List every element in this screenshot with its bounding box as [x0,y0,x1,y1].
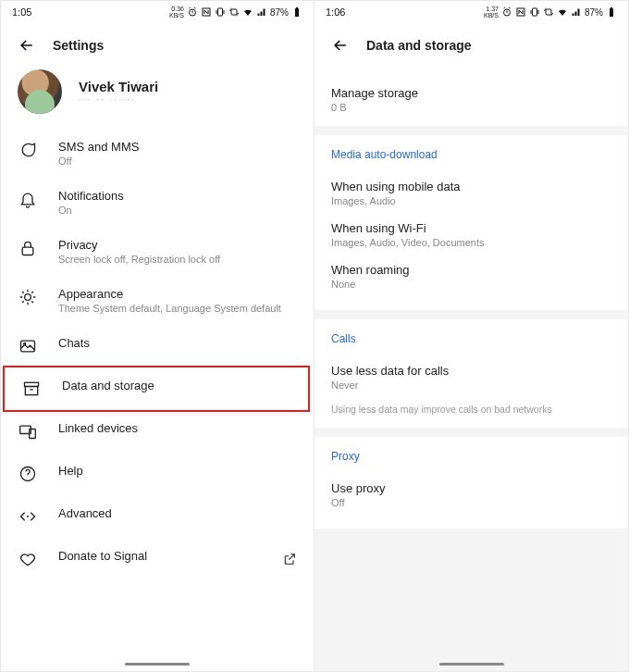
wifi-icon [557,6,568,18]
chat-icon [18,140,38,160]
battery-icon [291,6,302,18]
manage-storage-item[interactable]: Manage storage 0 B [314,69,628,126]
avatar [18,69,62,114]
sms-item[interactable]: SMS and MMS Off [1,129,314,178]
use-proxy-item[interactable]: Use proxy Off [331,474,611,516]
battery-percent: 87% [585,7,603,18]
section-header-media: Media auto-download [331,148,611,172]
less-data-calls-item[interactable]: Use less data for calls Never [331,356,611,398]
external-link-icon [282,552,297,566]
battery-percent: 87% [270,7,289,18]
heart-icon [18,549,38,569]
advanced-item[interactable]: Advanced [1,495,314,538]
back-button[interactable] [18,36,36,55]
data-storage-item[interactable]: Data and storage [3,366,310,412]
linked-devices-item[interactable]: Linked devices [1,410,314,453]
devices-icon [18,421,38,442]
privacy-item[interactable]: Privacy Screen lock off, Registration lo… [1,227,314,276]
image-icon [18,336,38,356]
bell-icon [18,189,38,209]
home-indicator[interactable] [439,663,504,666]
header: Data and storage [314,23,628,69]
profile-name: Vivek Tiwari [79,79,158,94]
settings-screen: 1:05 0.36KB/S 87% Settings Vivek Tiwari … [0,0,314,672]
donate-item[interactable]: Donate to Signal [1,538,314,580]
vibrate-icon [215,6,226,18]
svg-rect-3 [231,9,237,15]
proxy-section: Proxy Use proxy Off [314,437,628,529]
alarm-icon [501,6,512,18]
status-icons: 0.36KB/S 87% [169,6,302,19]
vibrate-icon [529,6,540,18]
page-title: Data and storage [366,38,472,53]
page-title: Settings [53,38,104,53]
code-icon [18,506,38,527]
notifications-item[interactable]: Notifications On [1,178,314,227]
header: Settings [1,23,314,69]
svg-rect-21 [610,7,612,8]
svg-rect-20 [610,8,613,17]
rotation-icon [543,6,554,18]
appearance-item[interactable]: Appearance Theme System default, Languag… [1,276,314,325]
lock-icon [18,238,38,258]
sun-icon [18,287,38,307]
wifi-item[interactable]: When using Wi-Fi Images, Audio, Video, D… [331,214,611,255]
svg-rect-6 [22,247,33,255]
wifi-icon [242,6,253,18]
profile-subtitle: ··· ·· ······ [79,94,158,105]
back-button[interactable] [331,36,350,55]
status-icons: 1.37KB/S 87% [484,6,617,19]
signal-icon [256,6,267,18]
status-time: 1:06 [326,6,345,18]
help-item[interactable]: Help [1,453,314,495]
svg-point-7 [25,294,31,301]
svg-rect-11 [25,387,37,395]
data-storage-screen: 1:06 1.37KB/S 87% Data and storage Manag… [314,0,629,672]
alarm-icon [187,6,198,18]
section-header-calls: Calls [331,332,611,356]
media-section: Media auto-download When using mobile da… [314,135,628,310]
chats-item[interactable]: Chats [1,325,314,367]
help-icon [18,464,38,484]
calls-hint: Using less data may improve calls on bad… [331,404,611,415]
svg-rect-5 [296,7,298,8]
svg-rect-2 [217,8,222,16]
battery-icon [606,6,617,18]
calls-section: Calls Use less data for calls Never Usin… [314,319,628,428]
status-time: 1:05 [12,6,31,18]
settings-list: SMS and MMS Off Notifications On Privacy… [1,129,314,580]
status-bar: 1:05 0.36KB/S 87% [1,1,314,23]
svg-rect-18 [532,8,536,16]
svg-rect-4 [295,8,299,17]
signal-icon [571,6,582,18]
status-bar: 1:06 1.37KB/S 87% [314,1,628,23]
svg-point-15 [27,516,29,517]
profile-row[interactable]: Vivek Tiwari ··· ·· ······ [1,69,314,129]
svg-rect-19 [546,9,551,15]
section-header-proxy: Proxy [331,450,611,474]
nfc-icon [201,6,212,18]
home-indicator[interactable] [125,663,190,666]
nfc-icon [515,6,526,18]
roaming-item[interactable]: When roaming None [331,255,611,297]
archive-icon [21,379,42,399]
mobile-data-item[interactable]: When using mobile data Images, Audio [331,172,611,214]
rotation-icon [228,6,240,18]
